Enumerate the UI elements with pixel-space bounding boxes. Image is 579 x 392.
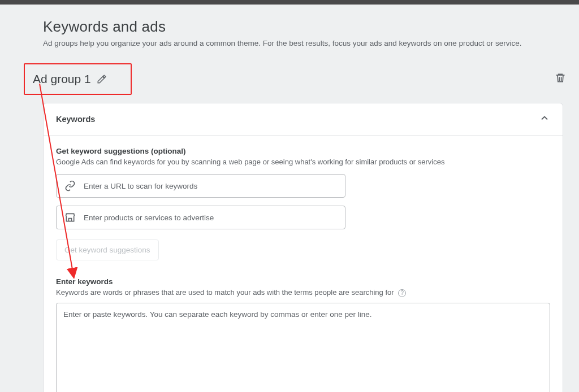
storefront-icon — [64, 212, 76, 223]
products-field[interactable] — [56, 206, 345, 229]
enter-keywords-subtitle-text: Keywords are words or phrases that are u… — [56, 288, 394, 297]
pencil-icon[interactable] — [97, 74, 107, 84]
window-topbar — [0, 0, 579, 5]
page-subtitle: Ad groups help you organize your ads aro… — [43, 39, 563, 47]
help-icon[interactable]: ? — [398, 289, 406, 297]
keywords-card: Keywords Get keyword suggestions (option… — [43, 103, 563, 392]
page-title: Keywords and ads — [43, 18, 563, 36]
card-title: Keywords — [56, 115, 95, 124]
card-header[interactable]: Keywords — [44, 103, 563, 136]
suggestions-subtitle: Google Ads can find keywords for you by … — [56, 158, 550, 166]
link-icon — [64, 180, 76, 191]
enter-keywords-subtitle: Keywords are words or phrases that are u… — [56, 288, 550, 297]
url-scan-field[interactable] — [56, 174, 345, 198]
url-scan-input[interactable] — [84, 182, 337, 190]
adgroup-name: Ad group 1 — [33, 72, 91, 86]
get-suggestions-button: Get keyword suggestions — [56, 239, 159, 260]
trash-icon[interactable] — [555, 72, 566, 86]
suggestions-title: Get keyword suggestions (optional) — [56, 147, 550, 155]
chevron-up-icon — [539, 112, 550, 126]
adgroup-name-highlight: Ad group 1 — [24, 63, 132, 95]
products-input[interactable] — [84, 214, 337, 222]
enter-keywords-title: Enter keywords — [56, 277, 550, 286]
keywords-textarea[interactable] — [56, 303, 550, 392]
